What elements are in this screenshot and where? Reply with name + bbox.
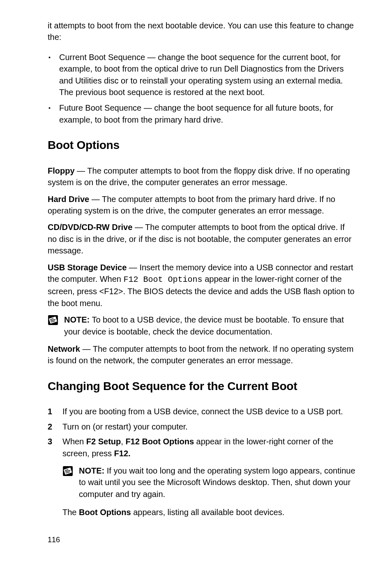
- step-note-block: NOTE: If you wait too long and the opera…: [62, 465, 356, 500]
- step-result-bold: Boot Options: [79, 508, 131, 517]
- step-number: 3: [48, 436, 52, 447]
- step-number: 2: [48, 421, 52, 432]
- step-number: 1: [48, 406, 52, 417]
- cddvd-label: CD/DVD/CD-RW Drive: [48, 223, 132, 232]
- hard-drive-label: Hard Drive: [48, 195, 89, 204]
- step-bold-1: F2 Setup: [86, 437, 121, 446]
- step-text: Turn on (or restart) your computer.: [62, 422, 188, 431]
- step-text: If you are booting from a USB device, co…: [62, 407, 343, 416]
- step-text-mid: ,: [121, 437, 125, 446]
- step-item: 1 If you are booting from a USB device, …: [48, 406, 356, 417]
- boot-options-heading: Boot Options: [48, 137, 356, 153]
- intro-paragraph: it attempts to boot from the next bootab…: [48, 20, 356, 43]
- usb-note-text-container: NOTE: To boot to a USB device, the devic…: [64, 314, 356, 337]
- note-icon: [48, 315, 58, 325]
- list-item: Current Boot Sequence — change the boot …: [48, 51, 356, 98]
- usb-storage-mono: F12 Boot Options: [124, 275, 203, 284]
- list-item: Future Boot Sequence — change the boot s…: [48, 102, 356, 125]
- floppy-text: — The computer attempts to boot from the…: [48, 166, 350, 187]
- usb-note-text: To boot to a USB device, the device must…: [64, 315, 344, 336]
- step-note-label: NOTE:: [79, 466, 104, 475]
- step-item: 3 When F2 Setup, F12 Boot Options appear…: [48, 436, 356, 518]
- step-result-pre: The: [62, 508, 79, 517]
- feature-bullet-list: Current Boot Sequence — change the boot …: [48, 51, 356, 125]
- page-number: 116: [48, 535, 60, 546]
- cddvd-paragraph: CD/DVD/CD-RW Drive — The computer attemp…: [48, 221, 356, 256]
- usb-note-block: NOTE: To boot to a USB device, the devic…: [48, 314, 356, 337]
- step-note-text: If you wait too long and the operating s…: [79, 466, 355, 499]
- steps-list: 1 If you are booting from a USB device, …: [48, 406, 356, 518]
- step-item: 2 Turn on (or restart) your computer.: [48, 421, 356, 432]
- step-result-post: appears, listing all available boot devi…: [131, 508, 285, 517]
- network-label: Network: [48, 344, 80, 353]
- step-bold-3: F12.: [114, 449, 131, 458]
- usb-note-label: NOTE:: [64, 315, 90, 324]
- note-icon: [62, 466, 73, 476]
- step-bold-2: F12 Boot Options: [125, 437, 194, 446]
- floppy-label: Floppy: [48, 166, 75, 175]
- network-paragraph: Network — The computer attempts to boot …: [48, 343, 356, 367]
- changing-boot-heading: Changing Boot Sequence for the Current B…: [48, 378, 356, 395]
- step-note-text-container: NOTE: If you wait too long and the opera…: [79, 465, 356, 500]
- hard-drive-text: — The computer attempts to boot from the…: [48, 195, 335, 215]
- network-text: — The computer attempts to boot from the…: [48, 344, 353, 365]
- usb-storage-paragraph: USB Storage Device — Insert the memory d…: [48, 262, 356, 309]
- step-text-pre: When: [62, 437, 86, 446]
- floppy-paragraph: Floppy — The computer attempts to boot f…: [48, 165, 356, 188]
- usb-storage-label: USB Storage Device: [48, 263, 127, 272]
- step-result-text: The Boot Options appears, listing all av…: [62, 506, 356, 518]
- hard-drive-paragraph: Hard Drive — The computer attempts to bo…: [48, 193, 356, 217]
